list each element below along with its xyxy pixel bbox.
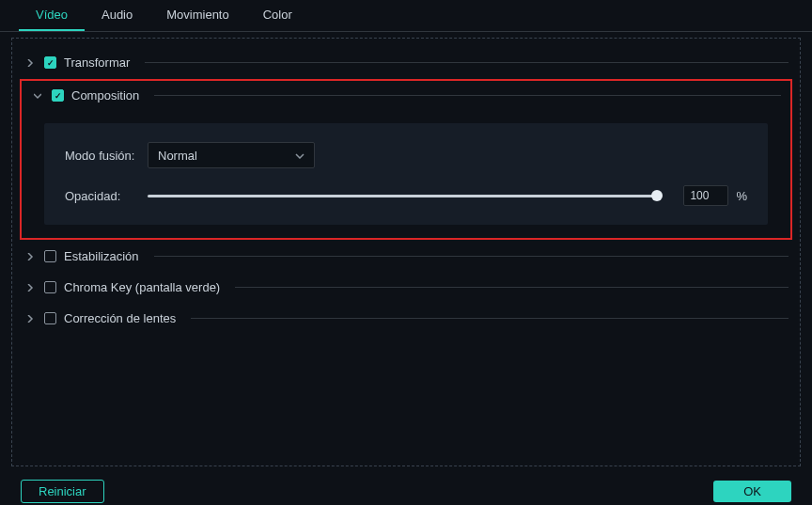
section-title-chromakey: Chroma Key (pantalla verde) [64, 280, 220, 294]
tab-movimiento[interactable]: Movimiento [149, 0, 245, 31]
percent-label: % [736, 189, 747, 203]
blend-mode-label: Modo fusión: [65, 149, 148, 163]
checkbox-composition[interactable]: ✓ [52, 89, 64, 102]
checkbox-chromakey[interactable] [44, 281, 56, 293]
chevron-right-icon [23, 56, 37, 70]
section-title-transformar: Transformar [64, 55, 130, 70]
section-header-transformar[interactable]: ✓ Transformar [20, 48, 792, 77]
section-estabilizacion: Estabilización [20, 242, 792, 271]
blend-mode-select[interactable]: Normal [148, 142, 315, 168]
slider-thumb[interactable] [651, 190, 663, 201]
reset-button[interactable]: Reiniciar [21, 480, 104, 503]
tab-color[interactable]: Color [246, 0, 309, 31]
section-transformar: ✓ Transformar [20, 48, 792, 77]
section-composition: ✓ Composition Modo fusión: Normal Opacid… [27, 81, 785, 225]
chevron-right-icon [23, 281, 37, 294]
tab-bar: Vídeo Audio Movimiento Color [0, 0, 812, 32]
divider [154, 256, 789, 257]
section-title-composition: Composition [71, 88, 139, 103]
chevron-right-icon [23, 250, 37, 263]
chevron-down-icon [295, 150, 304, 161]
section-header-estabilizacion[interactable]: Estabilización [20, 242, 792, 271]
blend-mode-row: Modo fusión: Normal [65, 142, 747, 168]
divider [145, 62, 789, 63]
section-title-correccion: Corrección de lentes [64, 311, 176, 325]
section-composition-highlight: ✓ Composition Modo fusión: Normal Opacid… [20, 79, 792, 240]
divider [235, 287, 789, 288]
section-title-estabilizacion: Estabilización [64, 249, 139, 263]
tab-video[interactable]: Vídeo [19, 0, 85, 31]
section-header-chromakey[interactable]: Chroma Key (pantalla verde) [20, 273, 792, 302]
section-correccion: Corrección de lentes [20, 304, 792, 333]
blend-mode-value: Normal [158, 149, 197, 163]
opacity-input[interactable] [683, 185, 728, 206]
opacity-label: Opacidad: [65, 189, 148, 203]
chevron-right-icon [23, 312, 37, 325]
checkbox-correccion[interactable] [44, 312, 56, 324]
divider [191, 318, 789, 319]
section-chromakey: Chroma Key (pantalla verde) [20, 273, 792, 302]
composition-body: Modo fusión: Normal Opacidad: % [44, 123, 768, 225]
opacity-row: Opacidad: % [65, 185, 747, 206]
checkbox-estabilizacion[interactable] [44, 250, 56, 262]
footer: Reiniciar OK [0, 466, 812, 503]
tab-audio[interactable]: Audio [85, 0, 149, 31]
chevron-down-icon [31, 89, 44, 103]
properties-panel: ✓ Transformar ✓ Composition Modo fusión:… [11, 38, 801, 466]
checkbox-transformar[interactable]: ✓ [44, 56, 56, 69]
divider [154, 95, 781, 96]
opacity-slider[interactable] [148, 195, 657, 197]
section-header-composition[interactable]: ✓ Composition [27, 81, 785, 110]
ok-button[interactable]: OK [713, 481, 791, 502]
section-header-correccion[interactable]: Corrección de lentes [20, 304, 792, 333]
